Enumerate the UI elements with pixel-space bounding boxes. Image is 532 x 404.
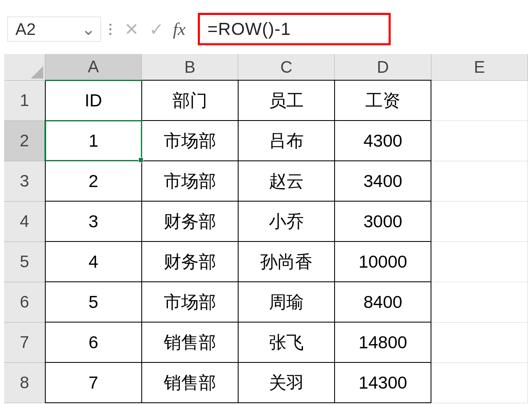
- cell-e4[interactable]: [431, 201, 527, 241]
- spreadsheet-grid: A B C D E 1 ID 部门 员工 工资 2 1 市场部 吕布 4300 …: [0, 54, 532, 403]
- name-box[interactable]: A2 ⌄: [7, 17, 101, 42]
- cell-d2[interactable]: 4300: [335, 121, 431, 161]
- cell-a1[interactable]: ID: [45, 80, 142, 121]
- cell-d6[interactable]: 8400: [335, 282, 431, 322]
- cell-c2[interactable]: 吕布: [238, 121, 335, 161]
- cell-a7[interactable]: 6: [45, 322, 142, 362]
- cancel-icon[interactable]: ✕: [123, 19, 140, 39]
- cell-b7[interactable]: 销售部: [142, 322, 238, 362]
- row-header-4[interactable]: 4: [4, 201, 45, 241]
- row-header-7[interactable]: 7: [4, 322, 45, 362]
- formula-bar: A2 ⌄ ✕ ✓ fx =ROW()-1: [0, 0, 532, 54]
- cell-a4[interactable]: 3: [45, 201, 142, 241]
- col-header-e[interactable]: E: [431, 54, 527, 80]
- col-header-b[interactable]: B: [142, 54, 238, 80]
- col-header-c[interactable]: C: [238, 54, 335, 80]
- cell-a6[interactable]: 5: [45, 282, 142, 322]
- cell-c8[interactable]: 关羽: [238, 362, 335, 403]
- col-header-d[interactable]: D: [335, 54, 431, 80]
- formula-buttons: ✕ ✓ fx: [120, 19, 192, 39]
- cell-c6[interactable]: 周瑜: [238, 282, 335, 322]
- row-header-1[interactable]: 1: [4, 80, 45, 121]
- cell-b6[interactable]: 市场部: [142, 282, 238, 322]
- row-header-5[interactable]: 5: [4, 241, 45, 282]
- select-all-corner[interactable]: [4, 54, 45, 80]
- cell-e6[interactable]: [431, 282, 527, 322]
- cell-c5[interactable]: 孙尚香: [238, 241, 335, 282]
- cell-b2[interactable]: 市场部: [142, 121, 238, 161]
- cell-a3[interactable]: 2: [45, 161, 142, 201]
- cell-reference: A2: [15, 20, 36, 39]
- chevron-down-icon[interactable]: ⌄: [81, 20, 96, 39]
- cell-e2[interactable]: [431, 121, 527, 161]
- cell-e8[interactable]: [431, 362, 527, 403]
- cell-b8[interactable]: 销售部: [142, 362, 238, 403]
- cell-e3[interactable]: [431, 161, 527, 201]
- cell-d8[interactable]: 14300: [335, 362, 431, 403]
- row-header-8[interactable]: 8: [4, 362, 45, 403]
- cell-c1[interactable]: 员工: [238, 80, 335, 121]
- cell-c3[interactable]: 赵云: [238, 161, 335, 201]
- row-header-3[interactable]: 3: [4, 161, 45, 201]
- cell-a8[interactable]: 7: [45, 362, 142, 403]
- row-header-2[interactable]: 2: [4, 121, 45, 161]
- cell-b4[interactable]: 财务部: [142, 201, 238, 241]
- cell-d3[interactable]: 3400: [335, 161, 431, 201]
- cell-a2[interactable]: 1: [45, 121, 142, 161]
- enter-icon[interactable]: ✓: [148, 19, 165, 39]
- cell-a5[interactable]: 4: [45, 241, 142, 282]
- cell-d1[interactable]: 工资: [335, 80, 431, 121]
- cell-e7[interactable]: [431, 322, 527, 362]
- fx-icon[interactable]: fx: [173, 19, 185, 39]
- col-header-a[interactable]: A: [45, 54, 142, 80]
- cell-b1[interactable]: 部门: [142, 80, 238, 121]
- formula-input-wrap: =ROW()-1: [198, 13, 525, 45]
- formula-input[interactable]: =ROW()-1: [198, 13, 391, 45]
- cell-b3[interactable]: 市场部: [142, 161, 238, 201]
- divider-icon: [107, 24, 114, 35]
- cell-c4[interactable]: 小乔: [238, 201, 335, 241]
- row-header-6[interactable]: 6: [4, 282, 45, 322]
- cell-b5[interactable]: 财务部: [142, 241, 238, 282]
- cell-c7[interactable]: 张飞: [238, 322, 335, 362]
- cell-d5[interactable]: 10000: [335, 241, 431, 282]
- cell-e1[interactable]: [431, 80, 527, 121]
- cell-d7[interactable]: 14800: [335, 322, 431, 362]
- cell-d4[interactable]: 3000: [335, 201, 431, 241]
- cell-e5[interactable]: [431, 241, 527, 282]
